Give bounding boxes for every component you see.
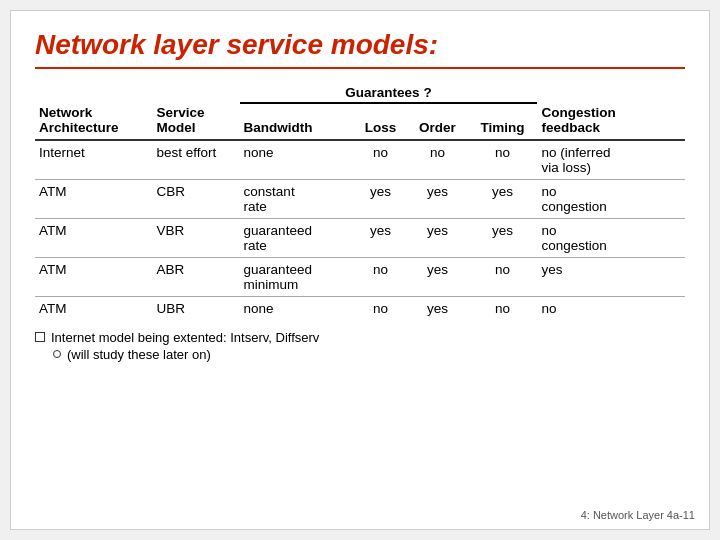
- table-cell: ATM: [35, 180, 152, 219]
- col-label-loss: Loss: [354, 103, 408, 140]
- table-row: ATMUBRnonenoyesnono: [35, 297, 685, 321]
- table-cell: yes: [468, 219, 538, 258]
- table-cell: no: [354, 258, 408, 297]
- footnote-1-text: Internet model being extented: Intserv, …: [51, 330, 319, 345]
- table-cell: yes: [354, 180, 408, 219]
- table-wrapper: Guarantees ? NetworkArchitecture Service…: [35, 83, 685, 320]
- table-cell: no: [468, 258, 538, 297]
- table-cell: yes: [407, 297, 467, 321]
- table-cell: yes: [468, 180, 538, 219]
- table-cell: guaranteedrate: [240, 219, 354, 258]
- table-cell: yes: [407, 180, 467, 219]
- footnotes: Internet model being extented: Intserv, …: [35, 330, 685, 362]
- table-cell: guaranteedminimum: [240, 258, 354, 297]
- table-cell: yes: [407, 258, 467, 297]
- table-cell: UBR: [152, 297, 239, 321]
- table-row: Internetbest effortnonenononono (inferre…: [35, 140, 685, 180]
- table-cell: no: [354, 297, 408, 321]
- table-cell: ATM: [35, 297, 152, 321]
- footnote-1: Internet model being extented: Intserv, …: [35, 330, 685, 345]
- footnote-2-text: (will study these later on): [67, 347, 211, 362]
- col-label-netarch: NetworkArchitecture: [35, 103, 152, 140]
- table-row: ATMCBRconstantrateyesyesyesnocongestion: [35, 180, 685, 219]
- col-label-timing: Timing: [468, 103, 538, 140]
- table-cell: no (inferredvia loss): [537, 140, 685, 180]
- col-header-netarch: [35, 83, 152, 103]
- col-label-service: ServiceModel: [152, 103, 239, 140]
- col-label-order: Order: [407, 103, 467, 140]
- table-cell: yes: [407, 219, 467, 258]
- col-label-congestion: Congestionfeedback: [537, 103, 685, 140]
- slide-number: 4: Network Layer 4a-11: [581, 509, 695, 521]
- table-cell: VBR: [152, 219, 239, 258]
- col-header-congestion-empty: [537, 83, 685, 103]
- table-cell: no: [407, 140, 467, 180]
- table-row: ATMVBRguaranteedrateyesyesyesnocongestio…: [35, 219, 685, 258]
- col-header-guarantees: Guarantees ?: [240, 83, 538, 103]
- table-cell: nocongestion: [537, 219, 685, 258]
- table-body: Internetbest effortnonenononono (inferre…: [35, 140, 685, 320]
- table-header-bottom: NetworkArchitecture ServiceModel Bandwid…: [35, 103, 685, 140]
- table-cell: no: [468, 297, 538, 321]
- slide: Network layer service models: Guarantees…: [10, 10, 710, 530]
- table-row: ATMABRguaranteedminimumnoyesnoyes: [35, 258, 685, 297]
- table-cell: ATM: [35, 219, 152, 258]
- service-models-table: Guarantees ? NetworkArchitecture Service…: [35, 83, 685, 320]
- table-cell: ABR: [152, 258, 239, 297]
- bullet-circle-icon: [53, 350, 61, 358]
- table-cell: yes: [354, 219, 408, 258]
- table-cell: CBR: [152, 180, 239, 219]
- col-header-service: [152, 83, 239, 103]
- table-cell: no: [468, 140, 538, 180]
- table-cell: no: [537, 297, 685, 321]
- footnote-2: (will study these later on): [35, 347, 685, 362]
- col-label-bandwidth: Bandwidth: [240, 103, 354, 140]
- table-cell: yes: [537, 258, 685, 297]
- table-cell: none: [240, 140, 354, 180]
- table-cell: nocongestion: [537, 180, 685, 219]
- table-header-top: Guarantees ?: [35, 83, 685, 103]
- bullet-square-icon: [35, 332, 45, 342]
- table-cell: Internet: [35, 140, 152, 180]
- table-cell: best effort: [152, 140, 239, 180]
- table-cell: ATM: [35, 258, 152, 297]
- table-cell: no: [354, 140, 408, 180]
- slide-title: Network layer service models:: [35, 29, 685, 69]
- table-cell: none: [240, 297, 354, 321]
- table-cell: constantrate: [240, 180, 354, 219]
